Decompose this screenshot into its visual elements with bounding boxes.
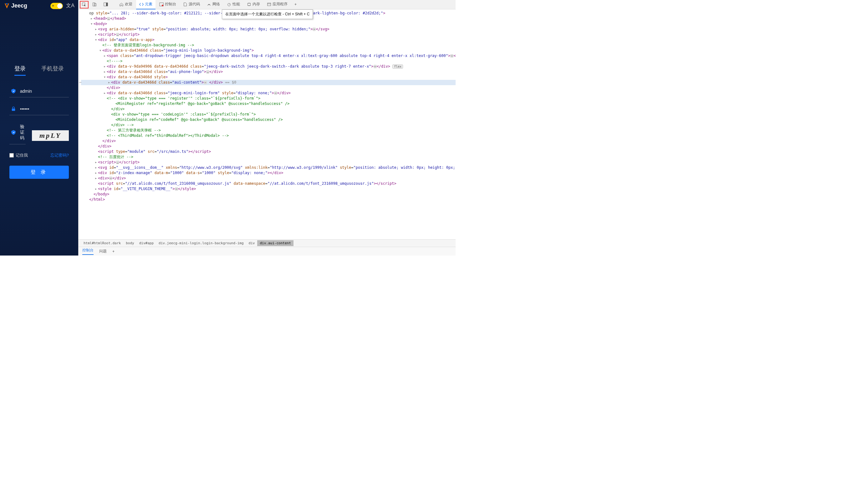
breadcrumb-item[interactable]: div (246, 240, 257, 246)
drawer-tab-issues[interactable]: 问题 (99, 249, 107, 254)
svg-point-8 (162, 4, 163, 6)
tab-performance[interactable]: 性能 (224, 0, 243, 9)
drawer-tabs: 控制台 问题 + ⤢ ✕ (79, 247, 456, 256)
breadcrumb-item[interactable]: body (123, 240, 137, 246)
dom-node[interactable]: <!-- 第三方登录相关弹框 --> (81, 128, 456, 133)
dom-node[interactable]: <div v-show="type === 'codeLogin'" :clas… (81, 112, 456, 117)
dark-mode-toggle[interactable]: ☀ (51, 3, 63, 9)
dom-tree[interactable]: op style="... 28); --sider-dark-bg-color… (79, 9, 456, 239)
tab-network[interactable]: 网络 (204, 0, 223, 9)
drawer-add-button[interactable]: + (112, 249, 115, 254)
device-toolbar-button[interactable] (89, 0, 100, 9)
dom-node[interactable]: </div> (81, 138, 456, 144)
logo-icon (4, 3, 10, 9)
username-value: admin (20, 89, 32, 94)
svg-rect-3 (93, 2, 95, 6)
captcha-label: 验证码 (20, 124, 24, 141)
svg-rect-6 (106, 2, 107, 6)
remember-me-checkbox[interactable]: 记住我 (9, 152, 28, 158)
login-form: 登录 手机登录 admin •••••• 验证码 mpLY 记住我 忘记密码? (9, 65, 69, 179)
dom-node[interactable]: </div> --> (81, 122, 456, 128)
lock-icon (11, 106, 16, 112)
login-button[interactable]: 登 录 (9, 166, 69, 179)
dom-node[interactable]: ▾<div id="app" data-v-app> (81, 37, 456, 42)
captcha-field[interactable]: 验证码 (9, 121, 26, 144)
app-preview: Jeecg ☀ 文A 登录 手机登录 admin •••••• (0, 0, 78, 256)
dom-node[interactable]: ▾<body> (81, 21, 456, 27)
user-icon (11, 88, 16, 94)
dom-node[interactable]: </body> (81, 192, 456, 197)
dom-node[interactable]: <script type="module" src="/src/main.ts"… (81, 149, 456, 154)
password-value: •••••• (20, 107, 29, 112)
dom-node[interactable]: <!-- <div v-show="type === 'register'" :… (81, 96, 456, 101)
tab-login[interactable]: 登录 (14, 65, 26, 76)
tab-welcome[interactable]: 欢迎 (116, 0, 135, 9)
more-tabs-button[interactable]: + (291, 0, 300, 9)
dom-node[interactable]: ▸<svg id="__svg__icons__dom__" xmlns="ht… (81, 165, 456, 170)
dom-node[interactable]: ▸<svg aria-hidden="true" style="position… (81, 27, 456, 32)
svg-rect-1 (12, 109, 16, 111)
breadcrumb-item[interactable]: div.aui-content (257, 240, 293, 246)
svg-rect-11 (268, 3, 271, 6)
logo-text: Jeecg (11, 2, 27, 9)
shield-icon (11, 130, 16, 135)
dom-node[interactable]: ▸<script>…</script> (81, 32, 456, 37)
dom-node[interactable]: <!-- 百度统计 --> (81, 154, 456, 160)
inspect-element-button[interactable] (80, 1, 89, 8)
drawer-tab-console[interactable]: 控制台 (82, 248, 94, 255)
dom-node[interactable]: <!----> (81, 59, 456, 64)
dom-node[interactable]: <!-- 登录页面背景图login-background-img --> (81, 42, 456, 48)
forgot-password-link[interactable]: 忘记密码? (51, 152, 69, 158)
dom-node[interactable]: </div> (81, 144, 456, 149)
captcha-image[interactable]: mpLY (32, 130, 69, 141)
inspect-tooltip: 在页面中选择一个元素以进行检查 - Ctrl + Shift + C (222, 9, 313, 19)
dom-node[interactable]: ▸<span class="ant-dropdown-trigger jeecg… (81, 53, 456, 59)
dom-node[interactable]: </div> (81, 107, 456, 112)
tab-memory[interactable]: 内存 (244, 0, 263, 9)
dom-node[interactable]: ▸<script>…</script> (81, 160, 456, 165)
devtools: 欢迎 元素 控制台 源代码 网络 性能 内存 应用程序 + ⋯ ⚙ ✕ 在页面中… (78, 0, 456, 256)
app-header: Jeecg ☀ 文A (0, 0, 78, 11)
username-field[interactable]: admin (9, 85, 69, 97)
breadcrumb-item[interactable]: div#app (137, 240, 156, 246)
tab-phone-login[interactable]: 手机登录 (41, 65, 64, 76)
breadcrumbs[interactable]: html#htmlRoot.darkbodydiv#appdiv.jeecg-m… (79, 239, 456, 247)
dom-node[interactable]: ▸<div data-v-da43466d class="jeecg-mini-… (81, 90, 456, 96)
password-field[interactable]: •••••• (9, 103, 69, 115)
tab-console[interactable]: 控制台 (156, 0, 179, 9)
dock-button[interactable] (100, 0, 111, 9)
dom-node[interactable]: ⋯▸<div data-v-da43466d class="aui-conten… (81, 80, 456, 85)
dom-node[interactable]: ▸<div data-v-da43466d class="aui-phone-l… (81, 69, 456, 75)
logo: Jeecg (4, 2, 27, 9)
breadcrumb-item[interactable]: div.jeecg-mini-login.login-background-im… (156, 240, 246, 246)
dom-node[interactable]: <MiniRegister ref="registerRef" @go-back… (81, 101, 456, 107)
svg-rect-10 (248, 3, 251, 5)
dom-node[interactable]: <MiniCodelogin ref="codeRef" @go-back="g… (81, 117, 456, 122)
dom-node[interactable]: ▸<style id="__VITE_PLUGIN_THEME__">⋯</st… (81, 186, 456, 192)
svg-point-0 (6, 3, 7, 4)
breadcrumb-item[interactable]: html#htmlRoot.dark (81, 240, 123, 246)
remember-label: 记住我 (16, 152, 28, 158)
dom-node[interactable]: <!-- <ThirdModal ref="thirdModalRef"></T… (81, 133, 456, 138)
dom-node[interactable]: ▸<div data-v-9da94906 data-v-da43466d cl… (81, 64, 456, 69)
dom-node[interactable]: <script src="//at.alicdn.com/t/font_2316… (81, 181, 456, 186)
dom-node[interactable]: ▸<div id="z-index-manage" data-m="1000" … (81, 170, 456, 176)
dom-node[interactable]: ▾<div data-v-da43466d style> (81, 75, 456, 80)
dom-node[interactable]: </div> (81, 85, 456, 90)
dom-panel: op style="... 28); --sider-dark-bg-color… (79, 9, 456, 247)
devtools-tabs: 欢迎 元素 控制台 源代码 网络 性能 内存 应用程序 + ⋯ ⚙ ✕ (79, 0, 456, 9)
dom-node[interactable]: ▸<div>⋯</div> (81, 176, 456, 181)
dom-node[interactable]: ▾<div data-v-da43466d class="jeecg-mini-… (81, 48, 456, 53)
language-icon[interactable]: 文A (66, 2, 74, 9)
tab-application[interactable]: 应用程序 (264, 0, 291, 9)
dom-node[interactable]: </html> (81, 197, 456, 202)
tab-sources[interactable]: 源代码 (180, 0, 203, 9)
tab-elements[interactable]: 元素 (136, 0, 156, 9)
